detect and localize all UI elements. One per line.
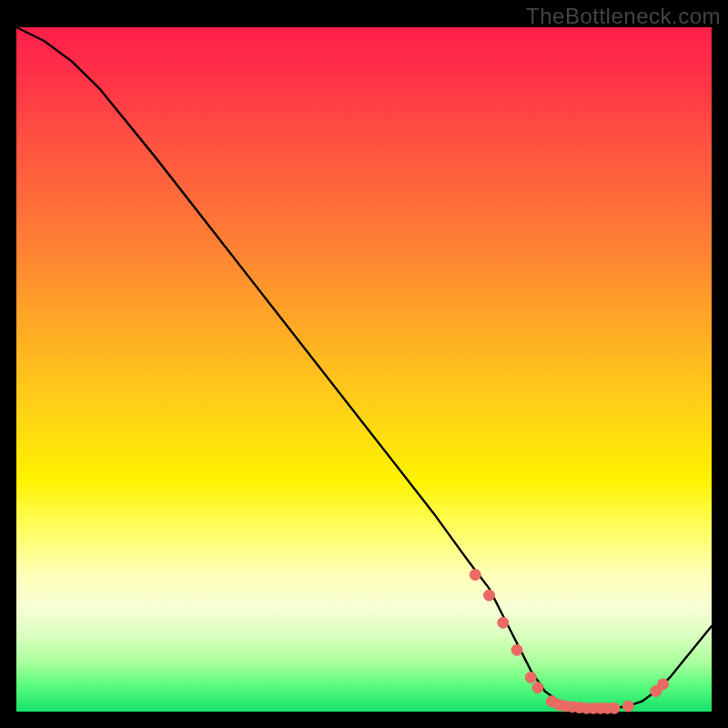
plot-inner <box>16 27 712 712</box>
marker-dot <box>532 682 543 693</box>
marker-dot <box>525 672 536 682</box>
chart-frame: TheBottleneck.com <box>0 0 728 728</box>
marker-dot <box>484 590 495 601</box>
curve-svg <box>16 27 712 712</box>
marker-dot <box>498 617 509 628</box>
marker-dot <box>470 570 480 581</box>
marker-dot <box>622 701 633 712</box>
plot-area <box>16 27 712 712</box>
watermark-text: TheBottleneck.com <box>526 4 721 29</box>
marker-dot <box>609 703 620 713</box>
marker-dot <box>658 679 669 690</box>
marker-dot <box>511 644 522 655</box>
bottleneck-curve <box>16 27 712 708</box>
marker-dots <box>470 570 668 714</box>
